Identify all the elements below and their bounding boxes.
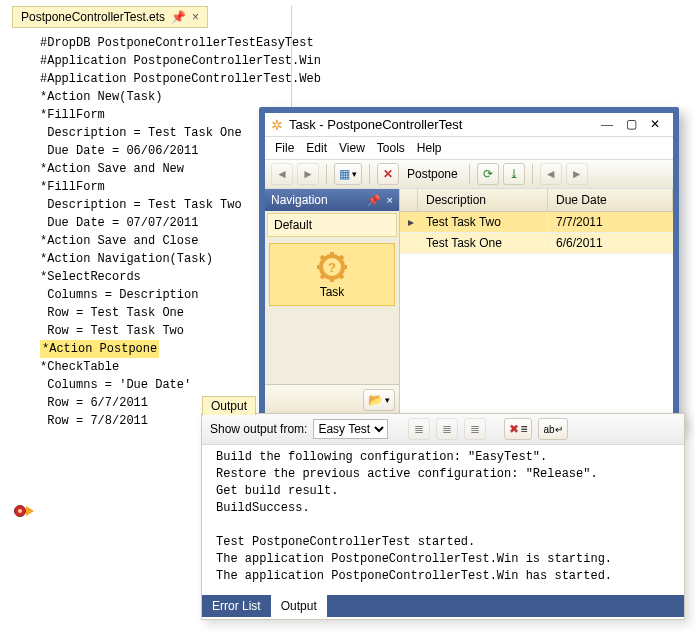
menu-file[interactable]: File (275, 141, 294, 155)
navigation-panel: Navigation 📌 × Default ? (265, 189, 400, 415)
out-btn-2[interactable]: ≣ (436, 418, 458, 440)
window-title: Task - PostponeControllerTest (289, 117, 595, 132)
nav-header: Navigation 📌 × (265, 189, 399, 211)
tab-filename: PostponeControllerTest.ets (21, 10, 165, 24)
close-icon[interactable]: × (387, 195, 393, 206)
separator (326, 164, 327, 184)
toolbar: ◄ ► ▦▾ ✕ Postpone ⟳ ⤓ ◄ ► (265, 160, 673, 189)
pin-icon[interactable]: 📌 (367, 195, 381, 206)
nav-group-label: Default (274, 218, 312, 232)
output-toolbar: Show output from: Easy Test ≣ ≣ ≣ ✖≡ ab↵ (202, 414, 684, 445)
menu-help[interactable]: Help (417, 141, 442, 155)
output-panel-tab[interactable]: Output (202, 396, 256, 415)
column-header-duedate[interactable]: Due Date (548, 189, 673, 211)
output-panel: Output Show output from: Easy Test ≣ ≣ ≣… (201, 413, 685, 620)
cell-description: Test Task Two (418, 212, 548, 232)
minimize-button[interactable]: — (595, 117, 619, 132)
out-btn-3[interactable]: ≣ (464, 418, 486, 440)
prev-record-button[interactable]: ◄ (540, 163, 562, 185)
table-row[interactable]: Test Task One6/6/2011 (400, 233, 673, 254)
nav-item-task[interactable]: ? Task (269, 243, 395, 306)
svg-line-5 (321, 256, 325, 260)
row-indicator: ▸ (400, 212, 418, 232)
output-tab-label: Output (211, 399, 247, 413)
menubar: FileEditViewToolsHelp (265, 137, 673, 160)
app-window: ✲ Task - PostponeControllerTest — ▢ ✕ Fi… (259, 107, 679, 431)
menu-view[interactable]: View (339, 141, 365, 155)
svg-text:?: ? (328, 260, 336, 275)
wrap-button[interactable]: ab↵ (538, 418, 567, 440)
separator (532, 164, 533, 184)
app-icon: ✲ (271, 118, 283, 132)
menu-tools[interactable]: Tools (377, 141, 405, 155)
folder-button[interactable]: 📂▾ (363, 389, 395, 411)
new-button[interactable]: ▦▾ (334, 163, 362, 185)
grid-header: Description Due Date (400, 189, 673, 212)
next-record-button[interactable]: ► (566, 163, 588, 185)
bottom-tab-output[interactable]: Output (271, 595, 327, 617)
separator (469, 164, 470, 184)
close-button[interactable]: ✕ (643, 117, 667, 132)
row-indicator-header (400, 189, 418, 211)
bottom-tab-error-list[interactable]: Error List (202, 595, 271, 617)
column-header-description[interactable]: Description (418, 189, 548, 211)
svg-line-8 (321, 274, 325, 278)
data-grid[interactable]: Description Due Date ▸Test Task Two7/7/2… (400, 189, 673, 415)
nav-forward-button[interactable]: ► (297, 163, 319, 185)
gear-icon: ? (315, 252, 349, 282)
nav-back-button[interactable]: ◄ (271, 163, 293, 185)
editor-tab[interactable]: PostponeControllerTest.ets 📌 × (12, 6, 208, 28)
svg-line-7 (339, 256, 343, 260)
svg-line-6 (339, 274, 343, 278)
nav-item-label: Task (320, 285, 345, 299)
nav-group-default[interactable]: Default (267, 213, 397, 237)
cell-duedate: 7/7/2011 (548, 212, 673, 232)
pin-icon[interactable]: 📌 (171, 11, 186, 23)
delete-button[interactable]: ✕ (377, 163, 399, 185)
table-row[interactable]: ▸Test Task Two7/7/2011 (400, 212, 673, 233)
maximize-button[interactable]: ▢ (619, 117, 643, 132)
nav-header-label: Navigation (271, 193, 328, 207)
separator (369, 164, 370, 184)
close-icon[interactable]: × (192, 10, 199, 24)
row-indicator (400, 240, 418, 246)
cell-duedate: 6/6/2011 (548, 233, 673, 253)
postpone-button[interactable]: Postpone (403, 163, 462, 185)
titlebar[interactable]: ✲ Task - PostponeControllerTest — ▢ ✕ (265, 113, 673, 137)
out-btn-1[interactable]: ≣ (408, 418, 430, 440)
postpone-label: Postpone (407, 167, 458, 181)
show-output-from-label: Show output from: (210, 422, 307, 436)
output-text[interactable]: Build the following configuration: "Easy… (202, 445, 684, 595)
code-body[interactable]: #DropDB PostponeControllerTestEasyTest#A… (12, 28, 291, 430)
refresh-button[interactable]: ⟳ (477, 163, 499, 185)
clear-button[interactable]: ✖≡ (504, 418, 532, 440)
cell-description: Test Task One (418, 233, 548, 253)
menu-edit[interactable]: Edit (306, 141, 327, 155)
output-source-select[interactable]: Easy Test (313, 419, 388, 439)
nav-footer: 📂▾ (265, 384, 399, 415)
output-bottom-tabs: Error ListOutput (202, 595, 684, 617)
export-button[interactable]: ⤓ (503, 163, 525, 185)
